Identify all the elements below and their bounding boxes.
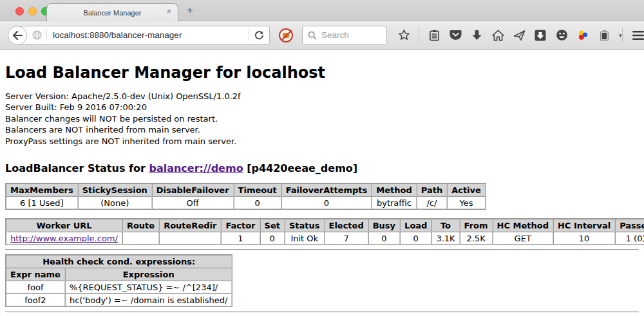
balancer-settings-table: MaxMembers StickySession DisableFailover… bbox=[5, 183, 486, 210]
balancer-demo-link[interactable]: balancer://demo bbox=[149, 162, 243, 174]
toolbar-right bbox=[622, 28, 644, 42]
cell-routeredir bbox=[159, 232, 221, 245]
cell-hc-method: GET bbox=[493, 232, 553, 245]
expr-row: foof %{REQUEST_STATUS} =~ /^[234]/ bbox=[6, 281, 232, 293]
minimize-window-button[interactable] bbox=[28, 7, 37, 15]
search-bar[interactable]: Search bbox=[302, 26, 387, 45]
bottom-divider bbox=[5, 311, 639, 313]
video-download-helper-icon[interactable] bbox=[534, 29, 547, 42]
col-path: Path bbox=[417, 183, 447, 196]
address-input[interactable]: localhost:8880/balancer-manager bbox=[53, 30, 249, 40]
cell-factor: 1 bbox=[221, 232, 260, 245]
worker-row: http://www.example.com/ 1 0 Init Ok 7 0 … bbox=[6, 232, 644, 245]
back-arrow-icon bbox=[12, 31, 23, 40]
cell-expression: %{REQUEST_STATUS} =~ /^[234]/ bbox=[65, 281, 232, 293]
balancer-manager-page: Load Balancer Manager for localhost Serv… bbox=[0, 50, 644, 316]
search-placeholder: Search bbox=[321, 30, 349, 40]
globe-icon bbox=[32, 30, 42, 40]
section-divider bbox=[5, 249, 639, 250]
url-divider bbox=[46, 30, 47, 41]
cell-timeout: 0 bbox=[234, 196, 281, 209]
cell-set: 0 bbox=[260, 232, 285, 245]
menu-hamburger-icon[interactable] bbox=[632, 29, 644, 42]
cell-from: 2.5K bbox=[460, 232, 493, 245]
battery-extension-icon[interactable] bbox=[598, 29, 611, 42]
col-maxmembers: MaxMembers bbox=[6, 183, 78, 196]
health-check-table: Health check cond. expressions: Expr nam… bbox=[5, 254, 232, 307]
col-expression: Expression bbox=[65, 268, 232, 281]
toolbar-buttons: ▾ bbox=[397, 28, 622, 42]
send-plane-icon[interactable] bbox=[513, 29, 526, 42]
cell-expression: hc('body') =~ /domain is established/ bbox=[65, 293, 232, 306]
server-info: Server Version: Apache/2.5.0-dev (Unix) … bbox=[5, 91, 639, 147]
cell-method: bytraffic bbox=[372, 196, 416, 209]
toolbar-divider bbox=[419, 28, 419, 42]
tab-balancer-manager[interactable]: Balancer Manager × bbox=[46, 3, 178, 22]
col-passes: Passes bbox=[615, 219, 644, 232]
cell-stickysession: (None) bbox=[78, 196, 152, 209]
col-load: Load bbox=[400, 219, 431, 232]
col-status: Status bbox=[285, 219, 325, 232]
cell-status: Init Ok bbox=[285, 232, 325, 245]
reload-button[interactable] bbox=[249, 30, 269, 41]
reload-icon bbox=[254, 30, 264, 40]
tab-close-icon[interactable]: × bbox=[166, 7, 171, 15]
col-failoverattempts: FailoverAttempts bbox=[281, 183, 372, 196]
heading-suffix: [p4420eeae_demo] bbox=[243, 162, 358, 174]
downloads-icon[interactable] bbox=[470, 29, 483, 42]
cell-failoverattempts: 0 bbox=[281, 196, 372, 209]
server-version-line: Server Version: Apache/2.5.0-dev (Unix) … bbox=[5, 91, 639, 102]
close-window-button[interactable] bbox=[15, 7, 24, 15]
col-method: Method bbox=[372, 183, 416, 196]
cell-load: 0 bbox=[400, 232, 431, 245]
cell-to: 3.1K bbox=[431, 232, 459, 245]
col-factor: Factor bbox=[221, 219, 260, 232]
col-routeredir: RouteRedir bbox=[159, 219, 221, 232]
toolbar-divider-2 bbox=[622, 28, 623, 42]
col-hc-interval: HC Interval bbox=[553, 219, 615, 232]
colored-dots-extension-icon[interactable] bbox=[576, 29, 589, 42]
cell-maxmembers: 6 [1 Used] bbox=[6, 196, 78, 209]
cell-passes: 1 (0) bbox=[615, 232, 644, 245]
blocked-plugin-icon[interactable] bbox=[279, 28, 293, 42]
cell-route bbox=[122, 232, 159, 245]
table-header-row: Worker URL Route RouteRedir Factor Set S… bbox=[6, 219, 644, 232]
navigation-toolbar: localhost:8880/balancer-manager Search bbox=[0, 21, 644, 50]
cell-busy: 0 bbox=[368, 232, 400, 245]
url-bar[interactable]: localhost:8880/balancer-manager bbox=[17, 26, 270, 45]
cell-hc-interval: 10 bbox=[553, 232, 615, 245]
expr-row: foof2 hc('body') =~ /domain is establish… bbox=[6, 293, 232, 306]
worker-status-table: Worker URL Route RouteRedir Factor Set S… bbox=[5, 218, 644, 245]
emoji-smiley-icon[interactable] bbox=[555, 29, 568, 42]
col-expr-name: Expr name bbox=[6, 268, 65, 281]
page-title: Load Balancer Manager for localhost bbox=[5, 64, 639, 82]
inherit-notice-line: Balancers are NOT inherited from main se… bbox=[5, 124, 639, 135]
home-icon[interactable] bbox=[491, 29, 504, 42]
table-header-row: Expr name Expression bbox=[6, 268, 232, 281]
cell-active: Yes bbox=[447, 196, 486, 209]
col-worker-url: Worker URL bbox=[6, 219, 122, 232]
col-stickysession: StickySession bbox=[78, 183, 152, 196]
col-route: Route bbox=[122, 219, 159, 232]
col-set: Set bbox=[260, 219, 285, 232]
tab-bar: Balancer Manager × + bbox=[0, 0, 644, 21]
cell-path: /c/ bbox=[417, 196, 447, 209]
pocket-icon[interactable] bbox=[449, 29, 462, 42]
cell-expr-name: foof bbox=[6, 281, 65, 293]
new-tab-button[interactable]: + bbox=[187, 4, 193, 17]
cell-disablefailover: Off bbox=[152, 196, 234, 209]
heading-prefix: LoadBalancer Status for bbox=[5, 162, 149, 174]
back-button[interactable] bbox=[8, 26, 27, 45]
col-timeout: Timeout bbox=[234, 183, 281, 196]
col-from: From bbox=[460, 219, 493, 232]
col-busy: Busy bbox=[368, 219, 400, 232]
table-header-row: MaxMembers StickySession DisableFailover… bbox=[6, 183, 486, 196]
worker-url-link[interactable]: http://www.example.com/ bbox=[10, 234, 118, 243]
tab-title: Balancer Manager bbox=[84, 9, 142, 17]
traffic-lights bbox=[15, 7, 50, 15]
cell-elected: 7 bbox=[325, 232, 368, 245]
health-check-title: Health check cond. expressions: bbox=[6, 255, 232, 268]
bookmarks-clipboard-icon[interactable] bbox=[428, 29, 440, 42]
bookmark-star-icon[interactable] bbox=[397, 29, 410, 42]
table-row: 6 [1 Used] (None) Off 0 0 bytraffic /c/ … bbox=[6, 196, 486, 209]
